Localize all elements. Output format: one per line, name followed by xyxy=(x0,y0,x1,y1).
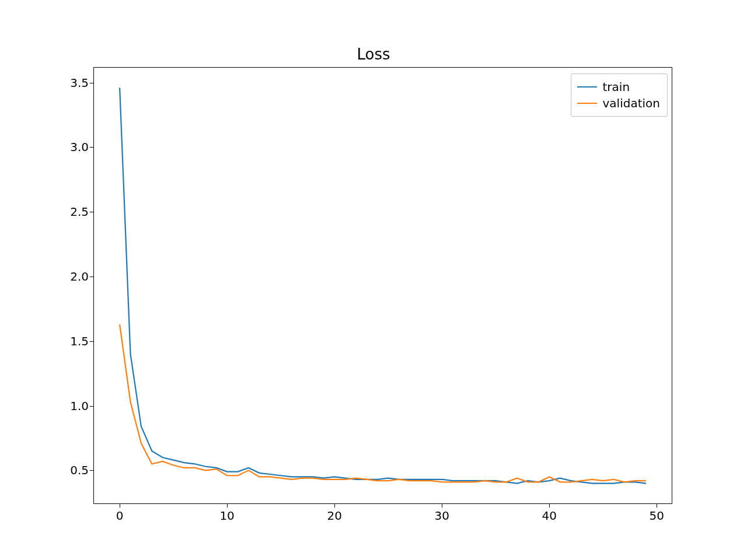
x-tick-label: 10 xyxy=(219,509,234,523)
legend-swatch-validation xyxy=(577,103,597,104)
x-tick-mark xyxy=(334,504,335,508)
y-tick-label: 0.5 xyxy=(70,463,89,477)
y-tick-label: 2.5 xyxy=(70,205,89,219)
x-tick-label: 40 xyxy=(542,509,557,523)
legend-label-validation: validation xyxy=(603,96,660,110)
legend-entry-validation: validation xyxy=(577,95,660,111)
y-tick-mark xyxy=(90,470,93,471)
legend-entry-train: train xyxy=(577,79,660,95)
legend-swatch-train xyxy=(577,86,597,88)
y-tick-label: 3.0 xyxy=(70,140,89,154)
y-tick-label: 1.0 xyxy=(70,399,89,413)
line-series-validation xyxy=(120,324,646,482)
x-tick-label: 20 xyxy=(327,509,341,523)
y-tick-mark xyxy=(90,406,93,407)
x-tick-mark xyxy=(657,504,657,508)
chart-title: Loss xyxy=(0,46,747,63)
x-tick-mark xyxy=(227,504,228,508)
figure: Loss 01020304050 0.51.01.52.02.53.03.5 t… xyxy=(0,0,747,560)
y-tick-mark xyxy=(90,276,93,277)
legend: train validation xyxy=(571,74,668,117)
y-tick-mark xyxy=(90,341,93,342)
legend-label-train: train xyxy=(603,80,630,94)
y-tick-mark xyxy=(90,147,93,148)
y-tick-label: 1.5 xyxy=(70,334,89,348)
line-series-train xyxy=(120,88,646,483)
x-tick-label: 30 xyxy=(434,509,449,523)
x-tick-mark xyxy=(549,504,550,508)
y-tick-mark xyxy=(90,212,93,212)
y-tick-mark xyxy=(90,83,93,83)
x-tick-mark xyxy=(442,504,442,508)
x-tick-label: 0 xyxy=(116,509,124,523)
y-tick-label: 2.0 xyxy=(70,270,89,284)
x-tick-mark xyxy=(120,504,120,508)
x-tick-label: 50 xyxy=(650,509,664,523)
y-tick-label: 3.5 xyxy=(70,76,89,90)
chart-lines-svg xyxy=(93,67,672,504)
